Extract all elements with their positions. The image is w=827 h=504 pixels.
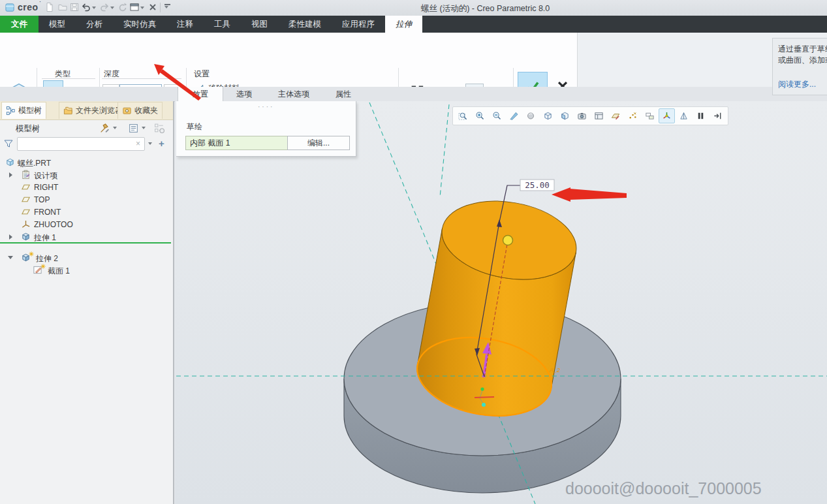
regenerate-button[interactable] — [117, 2, 129, 13]
tab-tools[interactable]: 工具 — [204, 16, 241, 33]
new-feature-badge-icon — [40, 264, 46, 269]
tab-applications[interactable]: 应用程序 — [332, 16, 385, 33]
tree-filter-row: × + — [0, 136, 173, 155]
datum-plane-icon — [21, 207, 31, 217]
csys-z-point — [482, 403, 486, 407]
tree-item-label: 螺丝.PRT — [18, 158, 51, 169]
sketch-section-label: 草绘 — [187, 121, 202, 133]
tab-model[interactable]: 模型 — [39, 16, 76, 33]
new-file-button[interactable] — [44, 2, 55, 13]
tab-analysis[interactable]: 分析 — [76, 16, 113, 33]
redo-dropdown-icon[interactable] — [110, 7, 114, 9]
edit-label: 编辑... — [307, 138, 330, 149]
sketch-reference-field[interactable]: 内部 截面 1 — [185, 136, 290, 150]
tree-columns-icon[interactable] — [154, 123, 165, 134]
datum-plane-edge-line[interactable] — [440, 104, 449, 197]
window-dropdown-icon[interactable] — [140, 7, 144, 9]
tree-item-top-plane[interactable]: TOP — [0, 193, 173, 206]
shading-style-button[interactable] — [523, 108, 539, 123]
expander-collapsed-icon[interactable] — [9, 172, 12, 178]
tab-favorites[interactable]: 收藏夹 — [117, 102, 163, 119]
graphics-viewport[interactable]: A_2 — [175, 101, 827, 504]
tree-tools-icon[interactable] — [99, 123, 110, 134]
tree-item-extrude-1[interactable]: 拉伸 1 — [0, 230, 173, 243]
design-items-icon — [21, 170, 31, 180]
navigator-tab-bar: 模型树 文件夹浏览器 收藏夹 — [0, 101, 173, 120]
tab-properties[interactable]: 属性 — [322, 87, 365, 101]
tab-file[interactable]: 文件 — [0, 16, 39, 33]
ribbon-tab-bar: 文件 模型 分析 实时仿真 注释 工具 视图 柔性建模 应用程序 拉伸 — [0, 16, 827, 33]
zoom-region-button[interactable] — [455, 108, 471, 123]
undo-dropdown-icon[interactable] — [92, 7, 96, 9]
model-tree-header: 模型树 — [0, 119, 173, 136]
tree-filters-dropdown-icon[interactable] — [142, 127, 146, 129]
tree-search-input[interactable] — [17, 137, 145, 151]
dashboard-tab-strip: 放置 选项 主体选项 属性 — [0, 87, 827, 102]
tab-view[interactable]: 视图 — [241, 16, 278, 33]
tree-item-label: FRONT — [34, 208, 61, 217]
tree-item-part[interactable]: 螺丝.PRT — [0, 156, 173, 168]
tree-filters-icon[interactable] — [128, 123, 139, 134]
saved-orientations-button[interactable] — [557, 108, 573, 123]
navigator-panel: 模型树 文件夹浏览器 收藏夹 模型树 × + — [0, 101, 174, 504]
tree-item-label: RIGHT — [34, 183, 58, 192]
search-dropdown-icon[interactable] — [148, 142, 152, 145]
read-more-link[interactable]: 阅读更多... — [778, 79, 816, 90]
favorites-tab-label: 收藏夹 — [134, 105, 158, 116]
model-tree-tab-label: 模型树 — [18, 105, 42, 116]
tree-item-design-items[interactable]: 设计项 — [0, 168, 173, 181]
undo-button[interactable] — [81, 2, 92, 13]
expander-collapsed-icon[interactable] — [9, 234, 12, 240]
point-display-button[interactable] — [625, 108, 641, 123]
tab-options[interactable]: 选项 — [223, 87, 266, 101]
tab-body-options[interactable]: 主体选项 — [266, 87, 322, 101]
tree-tools-dropdown-icon[interactable] — [113, 127, 117, 129]
window-switch-button[interactable] — [129, 2, 140, 13]
expander-expanded-icon[interactable] — [8, 256, 13, 259]
tab-flexible-modeling[interactable]: 柔性建模 — [278, 16, 332, 33]
tab-extrude[interactable]: 拉伸 — [385, 16, 422, 33]
dimension-value-text[interactable]: 25.00 — [525, 180, 550, 190]
tree-item-section-1[interactable]: 截面 1 — [0, 264, 173, 276]
exit-button[interactable] — [710, 108, 726, 123]
sketch-reference-value: 内部 截面 1 — [190, 138, 230, 149]
screen-capture-button[interactable] — [574, 108, 590, 123]
model-tree-title: 模型树 — [16, 123, 40, 134]
close-window-button[interactable] — [148, 2, 159, 13]
folder-browser-icon — [63, 106, 73, 116]
folder-browser-tab-label: 文件夹浏览器 — [76, 105, 123, 116]
tree-item-right-plane[interactable]: RIGHT — [0, 181, 173, 193]
tab-live-simulation[interactable]: 实时仿真 — [113, 16, 166, 33]
tab-model-tree[interactable]: 模型树 — [1, 102, 46, 119]
zoom-in-button[interactable] — [472, 108, 488, 123]
edit-sketch-button[interactable]: 编辑... — [287, 136, 350, 150]
spin-center-button[interactable] — [659, 108, 675, 123]
tag-display-button[interactable] — [642, 108, 658, 123]
customize-toolbar-button[interactable] — [164, 6, 168, 8]
redo-button[interactable] — [99, 2, 110, 13]
clear-search-icon[interactable]: × — [136, 140, 140, 148]
tree-item-csys[interactable]: ZHUOTOO — [0, 218, 173, 230]
zoom-out-button[interactable] — [489, 108, 505, 123]
perspective-button[interactable] — [676, 108, 692, 123]
tree-item-extrude-2[interactable]: 拉伸 2 — [0, 251, 173, 264]
depth-dimension-label[interactable]: 25.00 — [520, 180, 554, 191]
add-filter-button[interactable]: + — [159, 138, 164, 149]
panel-drag-handle[interactable]: ···· — [258, 103, 274, 110]
new-feature-badge-icon — [29, 251, 34, 257]
depth-drag-handle[interactable] — [503, 236, 513, 245]
axis-tag-label[interactable]: A_2 — [549, 367, 560, 373]
save-button[interactable] — [69, 2, 80, 13]
view-manager-button[interactable] — [591, 108, 607, 123]
pause-button[interactable] — [693, 108, 709, 123]
repaint-button[interactable] — [506, 108, 522, 123]
insert-indicator-line[interactable] — [0, 242, 171, 244]
display-style-button[interactable] — [540, 108, 556, 123]
tab-placement[interactable]: 放置 — [178, 87, 223, 101]
tab-annotate[interactable]: 注释 — [166, 16, 204, 33]
watermark-text: dooooit@dooooit_7000005 — [565, 479, 762, 497]
tree-item-front-plane[interactable]: FRONT — [0, 206, 173, 218]
datum-display-filters-button[interactable] — [608, 108, 624, 123]
creo-parametric-window: creo˙ 螺丝 (活动的) - Creo Parametric 8.0 文件 … — [0, 0, 827, 504]
open-button[interactable] — [57, 2, 69, 13]
